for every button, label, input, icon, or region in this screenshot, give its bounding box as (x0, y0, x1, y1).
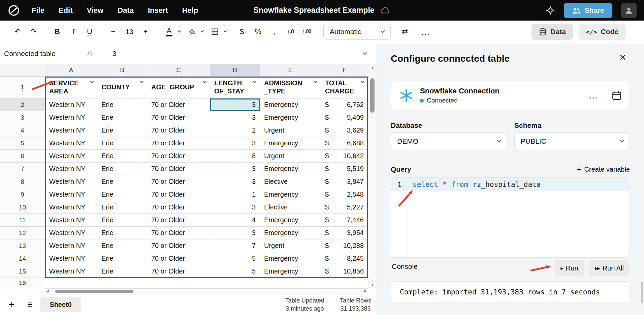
currency-format-button[interactable]: $ (235, 24, 249, 39)
cell-B11[interactable]: Erie (97, 214, 147, 227)
row-number-15[interactable]: 15 (0, 265, 45, 278)
cell-E7[interactable]: Emergency (260, 163, 321, 175)
cell-B5[interactable]: Erie (97, 137, 147, 150)
field-header-cell[interactable]: AGE_GROUP (147, 77, 210, 98)
cell-E5[interactable]: Emergency (260, 137, 321, 150)
cell-D3[interactable]: 3 (210, 111, 260, 124)
panel-scrollbar-thumb[interactable] (641, 282, 643, 303)
cell-D4[interactable]: 2 (210, 124, 260, 137)
menu-insert[interactable]: Insert (148, 6, 168, 15)
cell-E8[interactable]: Elective (260, 175, 321, 188)
cell-C12[interactable]: 70 or Older (147, 227, 210, 239)
cell-D15[interactable]: 5 (210, 265, 260, 278)
connection-more-button[interactable]: … (588, 90, 599, 101)
cell-E6[interactable]: Urgent (260, 150, 321, 163)
data-view-button[interactable]: Data (532, 24, 573, 40)
borders-button[interactable] (208, 24, 222, 39)
tips-sparkle-icon[interactable] (546, 6, 555, 15)
cell-B13[interactable]: Erie (97, 239, 147, 252)
cell-A15[interactable]: Western NY (45, 265, 97, 278)
vertical-scrollbar-thumb[interactable] (370, 78, 375, 113)
cell-C10[interactable]: 70 or Older (147, 201, 210, 214)
cell-F13[interactable]: $10,288 (321, 239, 368, 252)
chevron-down-icon[interactable] (201, 29, 204, 33)
font-size-value[interactable]: 13 (123, 24, 136, 39)
vertical-scrollbar[interactable]: ▲ ▼ (368, 64, 377, 288)
cell-E13[interactable]: Urgent (260, 239, 321, 252)
number-format-select[interactable]: Automatic (323, 24, 391, 40)
chevron-down-icon[interactable] (178, 29, 181, 33)
more-options-button[interactable]: … (419, 24, 432, 39)
cell-C15[interactable]: 70 or Older (147, 265, 210, 278)
cell-E15[interactable]: Emergency (260, 265, 321, 278)
row-number-7[interactable]: 7 (0, 163, 45, 175)
cell-A10[interactable]: Western NY (45, 201, 97, 214)
column-header-C[interactable]: C (147, 64, 210, 77)
cell-B3[interactable]: Erie (97, 111, 147, 124)
row-number-3[interactable]: 3 (0, 111, 45, 124)
cell-F3[interactable]: $5,409 (321, 111, 368, 124)
run-button[interactable]: ▸ Run (554, 260, 584, 276)
field-header-cell[interactable]: ADMISSION _TYPE (260, 77, 321, 98)
sheet-list-button[interactable]: ≡ (28, 299, 33, 310)
menu-edit[interactable]: Edit (59, 6, 73, 15)
row-number-12[interactable]: 12 (0, 227, 45, 239)
cell-D7[interactable]: 3 (210, 163, 260, 175)
chevron-down-icon[interactable] (313, 79, 318, 83)
select-all-corner[interactable] (0, 64, 45, 77)
undo-button[interactable]: ↶ (11, 24, 24, 39)
cell-A12[interactable]: Western NY (45, 227, 97, 239)
field-header-cell[interactable]: TOTAL_ CHARGE (321, 77, 368, 98)
underline-button[interactable]: U (83, 24, 96, 39)
close-panel-button[interactable]: × (619, 51, 626, 64)
cell-F15[interactable]: $10,856 (321, 265, 368, 278)
cell-C14[interactable]: 70 or Older (147, 252, 210, 265)
comma-format-button[interactable]: , (267, 24, 281, 39)
cell-C6[interactable]: 70 or Older (147, 150, 210, 163)
chevron-down-icon[interactable] (224, 29, 227, 33)
cell-D10[interactable]: 3 (210, 201, 260, 214)
field-header-cell[interactable]: LENGTH_ OF_STAY (210, 77, 260, 98)
cell-F9[interactable]: $2,548 (321, 188, 368, 201)
cell-C8[interactable]: 70 or Older (147, 175, 210, 188)
increase-decimal-button[interactable]: ↑.00 (300, 24, 313, 39)
chevron-down-icon[interactable] (90, 79, 94, 83)
horizontal-scrollbar-thumb[interactable] (55, 290, 133, 293)
menu-file[interactable]: File (32, 6, 44, 15)
row-number-11[interactable]: 11 (0, 214, 45, 227)
column-header-F[interactable]: F (321, 64, 368, 77)
increase-font-size-button[interactable]: + (139, 24, 152, 39)
cell-F5[interactable]: $6,688 (321, 137, 368, 150)
cell-D11[interactable]: 4 (210, 214, 260, 227)
cell-E4[interactable]: Urgent (260, 124, 321, 137)
decrease-font-size-button[interactable]: − (106, 24, 120, 39)
cell-D2[interactable]: 3 (210, 98, 260, 111)
cell-F11[interactable]: $7,446 (321, 214, 368, 227)
column-header-D[interactable]: D (210, 64, 260, 77)
database-select[interactable]: DEMO (391, 132, 507, 150)
cell-B7[interactable]: Erie (97, 163, 147, 175)
cell-A16[interactable] (45, 278, 97, 288)
cell-A2[interactable]: Western NY (45, 98, 97, 111)
query-editor[interactable]: 1 select * from rz_hospital_data (391, 177, 630, 258)
cell-D9[interactable]: 1 (210, 188, 260, 201)
menu-view[interactable]: View (87, 6, 103, 15)
cell-C13[interactable]: 70 or Older (147, 239, 210, 252)
horizontal-scrollbar[interactable]: ◀ ▶ (45, 288, 368, 294)
cell-F10[interactable]: $5,227 (321, 201, 368, 214)
cell-E11[interactable]: Emergency (260, 214, 321, 227)
cell-F8[interactable]: $3,847 (321, 175, 368, 188)
cell-A11[interactable]: Western NY (45, 214, 97, 227)
query-text[interactable]: select * from rz_hospital_data (413, 178, 541, 191)
cell-E9[interactable]: Emergency (260, 188, 321, 201)
row-number-14[interactable]: 14 (0, 252, 45, 265)
cell-F12[interactable]: $3,954 (321, 227, 368, 239)
row-number-1[interactable]: 1 (0, 77, 45, 98)
document-title[interactable]: Snowflake Spreadsheet Example (253, 6, 374, 15)
scroll-left-icon[interactable]: ◀ (46, 289, 49, 293)
run-all-button[interactable]: ▸▸ Run All (589, 260, 630, 276)
cell-F6[interactable]: $10,642 (321, 150, 368, 163)
row-number-16[interactable]: 16 (0, 278, 45, 288)
field-header-cell[interactable]: COUNTY (97, 77, 147, 98)
cell-B15[interactable]: Erie (97, 265, 147, 278)
